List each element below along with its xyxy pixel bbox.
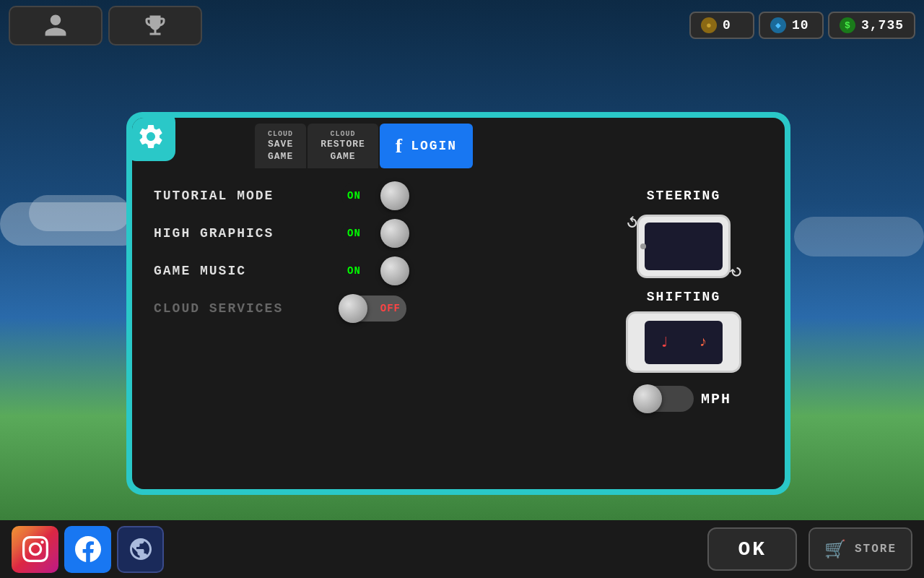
mph-knob-ball — [633, 384, 662, 413]
tutorial-mode-knob — [380, 181, 409, 210]
game-music-state: ON — [347, 265, 361, 277]
game-music-label: GAME MUSIC — [154, 264, 327, 278]
instagram-icon — [22, 536, 48, 562]
gear-icon — [136, 122, 165, 151]
high-graphics-knob — [380, 219, 409, 248]
high-graphics-toggle[interactable]: ON — [341, 220, 406, 246]
restore-cloud-label: RESTOREGAME — [321, 139, 365, 163]
facebook-f-icon: f — [396, 134, 404, 158]
mph-toggle[interactable] — [636, 386, 694, 412]
facebook-login-tab[interactable]: f LOGIN — [380, 124, 473, 168]
gear-badge — [132, 118, 175, 161]
coin-value: 0 — [723, 18, 731, 33]
shift-down-icon: ♩ — [660, 333, 668, 351]
phone-dot — [640, 243, 646, 249]
settings-dialog: CLOUD SAVEGAME CLOUD RESTOREGAME f LOGIN… — [126, 112, 790, 495]
steering-title: STEERING — [647, 189, 720, 203]
bottom-bar: OK 🛒 STORE — [0, 520, 924, 578]
facebook-bottom-button[interactable] — [64, 526, 111, 573]
globe-button[interactable] — [117, 526, 164, 573]
currency-bar: ● 0 ◆ 10 $ 3,735 — [689, 12, 915, 39]
ok-label: OK — [738, 538, 767, 561]
steering-illustration: ↺ ↻ — [626, 210, 741, 282]
shifting-screen: ♩ ♪ — [645, 321, 723, 364]
game-music-toggle[interactable]: ON — [341, 258, 406, 284]
high-graphics-label: HIGH GRAPHICS — [154, 226, 327, 241]
facebook-login-label: LOGIN — [411, 139, 457, 153]
top-bar: ● 0 ◆ 10 $ 3,735 — [0, 0, 924, 51]
shift-up-icon: ♪ — [699, 334, 707, 350]
tab-bar: CLOUD SAVEGAME CLOUD RESTOREGAME f LOGIN — [175, 118, 785, 168]
coin-display: ● 0 — [689, 12, 754, 39]
instagram-button[interactable] — [12, 526, 58, 573]
mph-row: MPH — [636, 386, 731, 412]
high-graphics-state: ON — [347, 228, 361, 239]
cloud-services-toggle[interactable]: OFF — [341, 296, 406, 322]
save-cloud-sub: CLOUD — [268, 129, 293, 139]
mph-label: MPH — [701, 391, 731, 407]
facebook-bottom-icon — [75, 536, 101, 562]
trophy-button[interactable] — [108, 6, 202, 46]
shifting-illustration: ♩ ♪ — [626, 311, 741, 373]
settings-content: TUTORIAL MODE ON HIGH GRAPHICS ON — [132, 168, 785, 489]
cloud-services-row: CLOUD SERVICES OFF — [154, 296, 590, 322]
phone-device — [637, 215, 731, 278]
game-music-row: GAME MUSIC ON — [154, 258, 590, 284]
save-cloud-label: SAVEGAME — [268, 139, 293, 163]
save-cloud-tab[interactable]: CLOUD SAVEGAME — [255, 124, 306, 168]
store-label: STORE — [855, 543, 897, 556]
restore-cloud-sub: CLOUD — [331, 129, 356, 139]
cloud-services-knob — [339, 294, 367, 323]
arrow-right-icon: ↻ — [724, 259, 748, 284]
cart-icon: 🛒 — [824, 539, 847, 560]
gem-value: 10 — [792, 18, 809, 33]
high-graphics-row: HIGH GRAPHICS ON — [154, 220, 590, 246]
gem-icon: ◆ — [770, 17, 786, 33]
coin-icon: ● — [701, 17, 717, 33]
game-music-knob — [380, 256, 409, 285]
tutorial-mode-state: ON — [347, 190, 361, 202]
settings-right: STEERING ↺ ↻ SHIFTING ♩ ♪ — [604, 183, 763, 475]
shifting-title: SHIFTING — [647, 290, 720, 304]
globe-icon — [128, 536, 154, 562]
ok-button[interactable]: OK — [707, 527, 797, 571]
restore-cloud-tab[interactable]: CLOUD RESTOREGAME — [308, 124, 378, 168]
tutorial-mode-label: TUTORIAL MODE — [154, 189, 327, 203]
dollar-icon: $ — [840, 17, 855, 33]
cloud-services-state: OFF — [380, 303, 401, 314]
settings-left: TUTORIAL MODE ON HIGH GRAPHICS ON — [154, 183, 590, 475]
phone-screen — [645, 223, 723, 270]
tutorial-mode-row: TUTORIAL MODE ON — [154, 183, 590, 209]
dollar-display: $ 3,735 — [828, 12, 915, 39]
tutorial-mode-toggle[interactable]: ON — [341, 183, 406, 209]
gem-display: ◆ 10 — [759, 12, 824, 39]
cloud-services-label: CLOUD SERVICES — [154, 301, 327, 316]
store-button[interactable]: 🛒 STORE — [808, 527, 912, 571]
dollar-value: 3,735 — [861, 18, 904, 33]
profile-button[interactable] — [9, 6, 103, 46]
